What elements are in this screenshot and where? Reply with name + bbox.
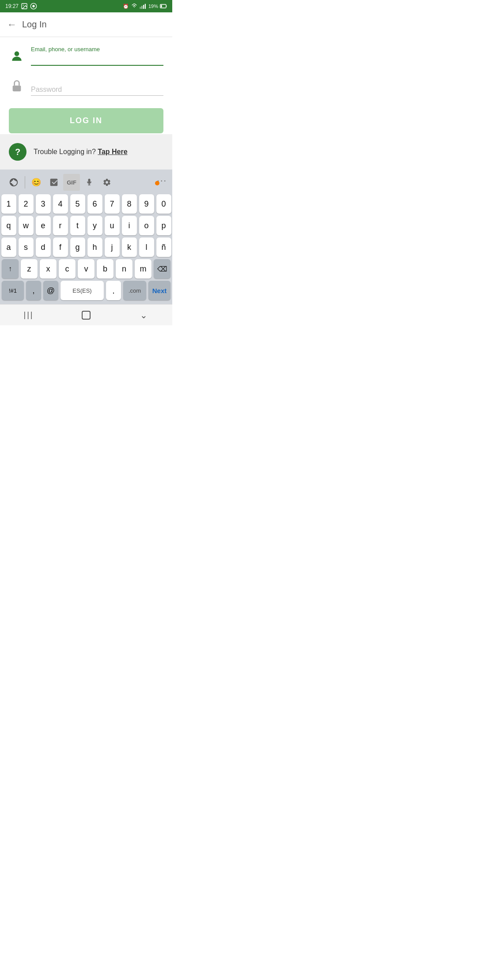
sticker-icon[interactable] bbox=[45, 174, 62, 191]
translate-icon[interactable] bbox=[5, 174, 22, 191]
lock-icon bbox=[9, 78, 25, 94]
password-field-wrap bbox=[31, 84, 163, 96]
keyboard: 😊 GIF ··· 1 2 3 4 5 6 7 8 9 bbox=[0, 170, 172, 304]
key-q[interactable]: q bbox=[1, 216, 16, 235]
key-k[interactable]: k bbox=[122, 237, 137, 257]
next-key[interactable]: Next bbox=[148, 281, 170, 300]
top-bar: ← Log In bbox=[0, 12, 172, 37]
spacebar-key[interactable]: ES(ES) bbox=[61, 281, 104, 300]
svg-rect-12 bbox=[13, 86, 21, 91]
password-field-row bbox=[9, 78, 163, 96]
qwerty-row: q w e r t y u i o p bbox=[2, 216, 170, 235]
username-label: Email, phone, or username bbox=[31, 46, 163, 53]
key-4[interactable]: 4 bbox=[53, 194, 68, 214]
settings-icon[interactable] bbox=[98, 174, 115, 191]
key-j[interactable]: j bbox=[105, 237, 120, 257]
key-z[interactable]: z bbox=[21, 259, 38, 279]
alarm-icon: ⏰ bbox=[123, 4, 129, 9]
key-8[interactable]: 8 bbox=[122, 194, 137, 214]
gallery-icon bbox=[21, 3, 28, 10]
dotcom-key[interactable]: .com bbox=[123, 281, 146, 300]
key-e[interactable]: e bbox=[36, 216, 51, 235]
gif-icon[interactable]: GIF bbox=[63, 174, 80, 191]
at-key[interactable]: @ bbox=[43, 281, 58, 300]
status-left: 19:27 bbox=[5, 3, 37, 10]
username-input[interactable] bbox=[31, 53, 163, 66]
keyboard-toolbar-right: ··· bbox=[157, 175, 167, 190]
key-n[interactable]: n bbox=[116, 259, 132, 279]
key-u[interactable]: u bbox=[105, 216, 120, 235]
number-row: 1 2 3 4 5 6 7 8 9 0 bbox=[2, 194, 170, 214]
svg-rect-6 bbox=[143, 5, 144, 9]
key-6[interactable]: 6 bbox=[87, 194, 102, 214]
key-a[interactable]: a bbox=[1, 237, 16, 257]
key-1[interactable]: 1 bbox=[1, 194, 16, 214]
more-options[interactable]: ··· bbox=[157, 175, 167, 190]
username-field-row: Email, phone, or username bbox=[9, 46, 163, 66]
battery-level: 19% bbox=[148, 4, 158, 9]
backspace-key[interactable]: ⌫ bbox=[154, 259, 170, 279]
back-button[interactable]: ← bbox=[7, 19, 17, 30]
nav-menu-button[interactable]: ||| bbox=[11, 305, 46, 325]
help-icon: ? bbox=[9, 143, 26, 161]
key-m[interactable]: m bbox=[135, 259, 151, 279]
key-7[interactable]: 7 bbox=[105, 194, 120, 214]
page-title: Log In bbox=[22, 19, 47, 30]
key-y[interactable]: y bbox=[87, 216, 102, 235]
asdf-row: a s d f g h j k l ñ bbox=[2, 237, 170, 257]
notification-dot bbox=[155, 181, 159, 185]
comma-key[interactable]: , bbox=[26, 281, 41, 300]
shift-key[interactable]: ↑ bbox=[2, 259, 19, 279]
key-5[interactable]: 5 bbox=[70, 194, 85, 214]
nav-home-button[interactable] bbox=[68, 305, 104, 325]
wifi-icon bbox=[131, 4, 138, 9]
svg-rect-10 bbox=[161, 5, 162, 7]
key-0[interactable]: 0 bbox=[156, 194, 171, 214]
zxcv-row: ↑ z x c v b n m ⌫ bbox=[2, 259, 170, 279]
key-c[interactable]: c bbox=[59, 259, 76, 279]
key-x[interactable]: x bbox=[40, 259, 57, 279]
password-input[interactable] bbox=[31, 84, 163, 96]
status-time: 19:27 bbox=[5, 3, 19, 9]
key-d[interactable]: d bbox=[36, 237, 51, 257]
key-9[interactable]: 9 bbox=[139, 194, 154, 214]
svg-rect-13 bbox=[82, 311, 90, 319]
key-w[interactable]: w bbox=[19, 216, 34, 235]
key-g[interactable]: g bbox=[70, 237, 85, 257]
login-button[interactable]: LOG IN bbox=[9, 108, 163, 133]
svg-point-1 bbox=[23, 5, 24, 6]
signal-icon bbox=[140, 4, 147, 9]
svg-point-11 bbox=[15, 51, 19, 56]
key-2[interactable]: 2 bbox=[19, 194, 34, 214]
username-field-wrap: Email, phone, or username bbox=[31, 46, 163, 66]
svg-rect-5 bbox=[141, 6, 142, 9]
status-right: ⏰ 19% bbox=[123, 4, 167, 9]
key-s[interactable]: s bbox=[19, 237, 34, 257]
period-key[interactable]: . bbox=[106, 281, 121, 300]
key-o[interactable]: o bbox=[139, 216, 154, 235]
person-icon bbox=[9, 48, 25, 64]
nav-back-button[interactable]: ⌄ bbox=[126, 305, 161, 325]
svg-rect-4 bbox=[140, 7, 140, 9]
trouble-link[interactable]: Tap Here bbox=[98, 148, 127, 155]
status-bar: 19:27 ⏰ 19% bbox=[0, 0, 172, 12]
key-v[interactable]: v bbox=[78, 259, 95, 279]
trouble-section: ? Trouble Logging in? Tap Here bbox=[0, 134, 172, 170]
emoji-icon[interactable]: 😊 bbox=[28, 174, 45, 191]
key-p[interactable]: p bbox=[156, 216, 171, 235]
key-t[interactable]: t bbox=[70, 216, 85, 235]
toolbar-divider bbox=[25, 176, 25, 188]
bottom-row: !#1 , @ ES(ES) . .com Next bbox=[2, 281, 170, 300]
key-h[interactable]: h bbox=[87, 237, 102, 257]
key-ntilde[interactable]: ñ bbox=[156, 237, 171, 257]
battery-icon bbox=[160, 4, 167, 9]
key-b[interactable]: b bbox=[97, 259, 114, 279]
key-l[interactable]: l bbox=[139, 237, 154, 257]
key-i[interactable]: i bbox=[122, 216, 137, 235]
key-r[interactable]: r bbox=[53, 216, 68, 235]
mic-icon[interactable] bbox=[81, 174, 98, 191]
special-key[interactable]: !#1 bbox=[2, 281, 24, 300]
key-f[interactable]: f bbox=[53, 237, 68, 257]
nav-bar: ||| ⌄ bbox=[0, 304, 172, 325]
key-3[interactable]: 3 bbox=[36, 194, 51, 214]
